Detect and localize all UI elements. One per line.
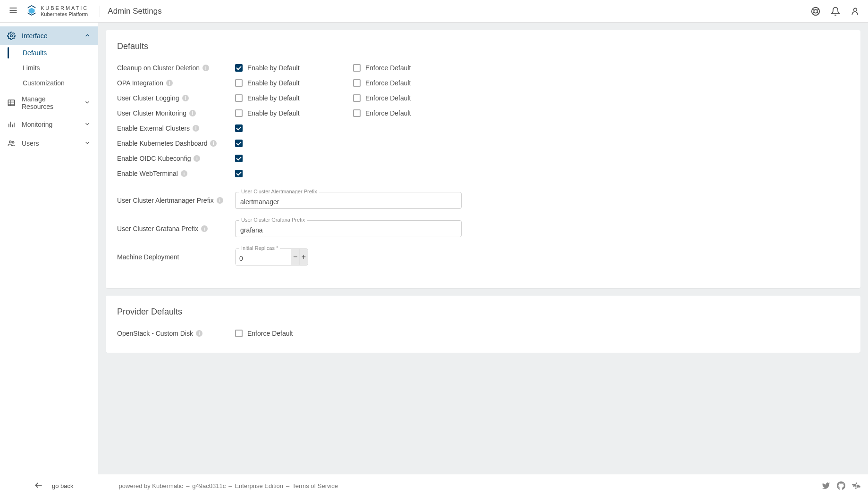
row-alertmanager: User Cluster Alertmanager Prefixi User C… (117, 192, 849, 209)
help-icon[interactable] (810, 6, 821, 17)
info-icon[interactable]: i (217, 197, 223, 204)
checkbox-monitoring-enable[interactable] (235, 109, 243, 117)
footer-tos[interactable]: Terms of Service (292, 482, 338, 489)
info-icon[interactable]: i (202, 65, 209, 71)
footer-version[interactable]: g49ac0311c (192, 482, 226, 489)
checkbox-dashboard-enable[interactable] (235, 140, 243, 147)
info-icon[interactable]: i (166, 80, 173, 86)
sidebar-section-manage-resources[interactable]: Manage Resources (0, 91, 98, 115)
svg-line-6 (817, 9, 819, 10)
svg-point-20 (12, 141, 14, 143)
row-openstack: OpenStack - Custom Diski Enforce Default (117, 326, 849, 340)
arrow-left-icon (34, 480, 43, 491)
alertmanager-field: User Cluster Alertmanager Prefix (235, 192, 462, 209)
row-logging: User Cluster Loggingi Enable by Default … (117, 91, 849, 105)
svg-line-7 (813, 12, 815, 13)
menu-toggle-button[interactable] (8, 6, 19, 17)
kubermatic-logo-icon (26, 5, 37, 17)
bell-icon[interactable] (830, 6, 841, 17)
checkbox-opa-enforce[interactable] (353, 79, 361, 87)
footer: go back powered by Kubermatic – g49ac031… (0, 474, 868, 497)
svg-line-8 (817, 12, 819, 13)
svg-point-9 (854, 8, 857, 11)
info-icon[interactable]: i (201, 225, 208, 232)
logo-text: KUBERMATIC Kubernetes Platform (41, 5, 88, 17)
row-oidc: Enable OIDC Kubeconfigi (117, 151, 849, 166)
replicas-decrement-button[interactable]: − (291, 249, 299, 265)
twitter-icon[interactable] (822, 481, 830, 490)
info-icon[interactable]: i (196, 330, 202, 337)
alertmanager-input[interactable] (240, 198, 456, 206)
card-title: Provider Defaults (117, 307, 849, 317)
svg-point-19 (9, 141, 12, 143)
svg-line-5 (813, 9, 815, 10)
sidebar: Interface Defaults Limits Customization … (0, 23, 98, 497)
row-cleanup: Cleanup on Cluster Deletioni Enable by D… (117, 61, 849, 75)
info-icon[interactable]: i (210, 140, 217, 147)
sidebar-section-label: Manage Resources (22, 95, 78, 110)
checkbox-openstack-enforce[interactable] (235, 330, 243, 337)
checkbox-opa-enable[interactable] (235, 79, 243, 87)
info-icon[interactable]: i (181, 170, 187, 177)
sidebar-item-defaults[interactable]: Defaults (23, 45, 98, 60)
sidebar-section-label: Monitoring (22, 121, 78, 128)
header-divider (100, 6, 100, 17)
chevron-down-icon (84, 99, 92, 107)
row-webterm: Enable WebTerminali (117, 166, 849, 181)
row-grafana: User Cluster Grafana Prefixi User Cluste… (117, 220, 849, 237)
page-title: Admin Settings (108, 7, 161, 16)
checkbox-cleanup-enable[interactable] (235, 64, 243, 72)
replicas-stepper: Initial Replicas * − + (235, 248, 308, 265)
row-machine: Machine Deployment Initial Replicas * − … (117, 248, 849, 265)
goback-button[interactable]: go back (34, 480, 74, 491)
app-header: KUBERMATIC Kubernetes Platform Admin Set… (0, 0, 868, 23)
resources-icon (7, 98, 16, 108)
sidebar-section-users[interactable]: Users (0, 134, 98, 153)
sidebar-item-limits[interactable]: Limits (23, 60, 98, 75)
checkbox-external-enable[interactable] (235, 124, 243, 132)
sidebar-section-label: Users (22, 140, 78, 147)
grafana-input[interactable] (240, 226, 456, 234)
checkbox-logging-enable[interactable] (235, 94, 243, 102)
hamburger-icon (8, 6, 18, 17)
chevron-down-icon (84, 121, 92, 128)
card-title: Defaults (117, 41, 849, 51)
chevron-down-icon (84, 140, 92, 147)
svg-rect-11 (8, 100, 15, 106)
chevron-up-icon (84, 32, 92, 40)
row-external: Enable External Clustersi (117, 121, 849, 135)
defaults-card: Defaults Cleanup on Cluster Deletioni En… (106, 30, 860, 288)
row-dashboard: Enable Kubernetes Dashboardi (117, 136, 849, 150)
replicas-input[interactable] (236, 249, 291, 265)
checkbox-cleanup-enforce[interactable] (353, 64, 361, 72)
checkbox-logging-enforce[interactable] (353, 94, 361, 102)
info-icon[interactable]: i (194, 155, 200, 162)
sidebar-section-monitoring[interactable]: Monitoring (0, 115, 98, 134)
svg-point-3 (812, 7, 820, 15)
row-monitoring: User Cluster Monitoringi Enable by Defau… (117, 106, 849, 120)
info-icon[interactable]: i (182, 95, 189, 101)
github-icon[interactable] (837, 481, 845, 490)
checkbox-monitoring-enforce[interactable] (353, 109, 361, 117)
sidebar-section-interface[interactable]: Interface (0, 26, 98, 45)
replicas-increment-button[interactable]: + (299, 249, 308, 265)
grafana-field: User Cluster Grafana Prefix (235, 220, 462, 237)
gear-icon (7, 31, 16, 41)
monitoring-icon (7, 120, 16, 129)
svg-point-10 (10, 35, 13, 37)
checkbox-oidc-enable[interactable] (235, 155, 243, 162)
users-icon (7, 139, 16, 148)
sidebar-section-label: Interface (22, 32, 78, 40)
main-content: Defaults Cleanup on Cluster Deletioni En… (98, 23, 868, 497)
checkbox-webterm-enable[interactable] (235, 170, 243, 177)
sidebar-item-customization[interactable]: Customization (23, 75, 98, 91)
user-icon[interactable] (850, 6, 860, 17)
footer-links: powered by Kubermatic – g49ac0311c – Ent… (119, 482, 338, 489)
footer-edition[interactable]: Enterprise Edition (235, 482, 283, 489)
slack-icon[interactable] (852, 481, 860, 490)
provider-card: Provider Defaults OpenStack - Custom Dis… (106, 296, 860, 353)
row-opa: OPA Integrationi Enable by Default Enfor… (117, 76, 849, 90)
info-icon[interactable]: i (193, 125, 199, 132)
info-icon[interactable]: i (189, 110, 196, 116)
logo[interactable]: KUBERMATIC Kubernetes Platform (26, 5, 88, 17)
